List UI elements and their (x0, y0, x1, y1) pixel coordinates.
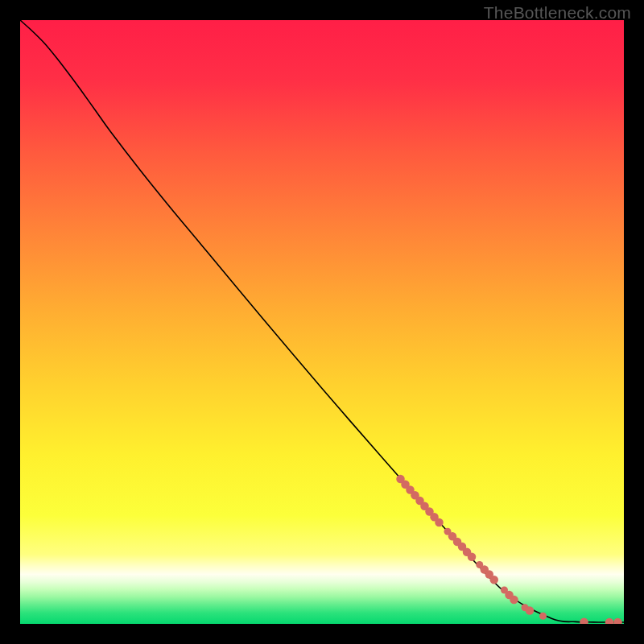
data-marker (580, 618, 588, 625)
data-marker (435, 518, 444, 527)
data-marker (613, 618, 622, 624)
chart-container: TheBottleneck.com (0, 0, 644, 644)
curve-layer (20, 20, 624, 624)
data-marker (490, 576, 499, 584)
data-marker (510, 596, 518, 605)
data-marker (539, 613, 547, 620)
data-marker (605, 618, 614, 624)
data-marker (468, 553, 477, 562)
main-curve (20, 20, 624, 622)
plot-area (20, 20, 624, 624)
data-marker (526, 606, 535, 615)
